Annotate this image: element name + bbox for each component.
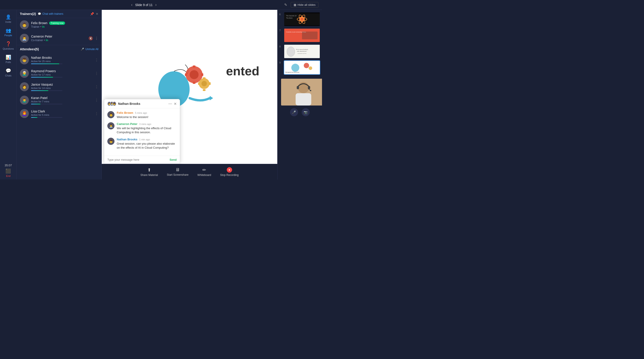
more-options-raymond[interactable]: ⋮	[95, 71, 98, 76]
unmute-all-button[interactable]: 🎤 Unmute All	[81, 48, 98, 51]
slide-nav: ‹ Slide 9 of 11 ›	[131, 2, 156, 7]
avatar-felix: 👨	[20, 20, 29, 29]
chat-avatars: 👨 👨‍💼 👦	[107, 102, 116, 106]
activity-bar-lisa	[31, 117, 37, 118]
bottom-toolbar: ⬆ Share Material 🖥 Start Screenshare ✏ W…	[102, 164, 277, 180]
activity-bar-container-janice	[31, 90, 62, 91]
share-material-icon: ⬆	[147, 167, 151, 172]
attendees-list: 👦 Nathan Brooks Active for 25 mins ⋮ 👨‍🦳…	[17, 53, 102, 180]
top-bar: ‹ Slide 9 of 11 › ✎ ▦ Hide all slides	[0, 0, 322, 10]
svg-text:Reimagined and Reinvented: Reimagined and Reinvented	[285, 72, 300, 73]
more-options-nathan[interactable]: ⋮	[95, 58, 98, 62]
camera-control-button[interactable]: 📷	[302, 108, 310, 116]
msg-time-nathan: 1 min ago	[139, 138, 150, 141]
sidebar-item-chats[interactable]: 💬 Chats	[0, 66, 16, 79]
trainer-role-cameron: Co-trainer • In	[31, 39, 86, 42]
svg-rect-11	[203, 89, 206, 91]
msg-name-nathan: Nathan Brooks	[117, 138, 137, 141]
svg-text:Leonardo da Vinci: Leonardo da Vinci	[298, 53, 306, 54]
svg-text:The Secrets Of: The Secrets Of	[286, 15, 296, 16]
chat-icon: 💬	[38, 12, 41, 16]
toolbar-share-material[interactable]: ⬆ Share Material	[140, 167, 158, 176]
slide-img-8: "Art is never finished, only abandoned."…	[284, 45, 320, 58]
chats-icon: 💬	[6, 68, 11, 73]
sidebar-item-people[interactable]: 👥 People	[0, 26, 16, 39]
toolbar-screenshare[interactable]: 🖥 Start Screenshare	[167, 167, 188, 176]
attendees-header: Attendees(5) 🎤 Unmute All	[17, 45, 102, 53]
mute-icon[interactable]: 🔇	[88, 36, 93, 40]
slide-num-8: 8	[279, 45, 282, 48]
slide-7-svg: Creativity is just connecting things	[284, 29, 320, 42]
attendee-info-lisa: Lisa Clark Active for 5 mins	[31, 110, 92, 118]
end-button[interactable]: ⬛ End	[5, 168, 11, 177]
svg-point-3	[190, 70, 198, 79]
sidebar-item-invite[interactable]: 👤 Invite	[0, 12, 16, 26]
msg-content-nathan: Nathan Brooks 1 min ago Great session, c…	[117, 138, 177, 150]
prev-slide-button[interactable]: ‹	[131, 2, 132, 7]
avatar-cameron: 👨‍💼	[20, 34, 29, 43]
slide-img-9: Reimagined and Reinvented	[284, 61, 320, 74]
avatar-lisa: 👩‍🦰	[20, 109, 29, 118]
attendee-item-lisa: 👩‍🦰 Lisa Clark Active for 5 mins ⋮	[17, 107, 102, 120]
next-slide-button[interactable]: ›	[155, 2, 156, 7]
attendee-info-nathan: Nathan Brooks Active for 25 mins	[31, 56, 92, 64]
msg-text-cameron: We will be highlighting the effects of C…	[117, 126, 177, 134]
attendee-item-janice: 👩 Janice Vasquez Active for 14 mins ⋮	[17, 80, 102, 94]
video-tile: ⤢	[281, 79, 322, 106]
msg-name-cameron: Cameron Peter	[117, 122, 137, 126]
svg-point-30	[291, 64, 300, 72]
svg-rect-5	[193, 82, 196, 84]
person-svg	[281, 79, 322, 106]
close-icon[interactable]: ✕	[96, 12, 98, 16]
mic-icon: 🎤	[81, 48, 84, 51]
edit-icon[interactable]: ✎	[284, 3, 287, 7]
pin-icon[interactable]: 📌	[90, 12, 94, 16]
chat-message-3: 👦 Nathan Brooks 1 min ago Great session,…	[107, 138, 177, 150]
close-chat-icon[interactable]: ✕	[174, 102, 177, 106]
chat-input-area: Send	[104, 156, 180, 164]
send-button[interactable]: Send	[170, 158, 177, 162]
slide-thumbnail-8[interactable]: "Art is never finished, only abandoned."…	[284, 44, 320, 58]
svg-rect-13	[209, 82, 211, 85]
msg-time-felix: 5 mins ago	[135, 112, 147, 114]
svg-rect-4	[193, 66, 196, 68]
record-inner: ■	[229, 168, 230, 171]
slide-thumbnail-6[interactable]: The Secrets Of The Atom	[284, 12, 320, 26]
slides-icon: ▦	[294, 3, 296, 6]
sidebar-item-polls[interactable]: 📊 Polls	[0, 52, 16, 66]
minimize-icon[interactable]: —	[168, 102, 172, 106]
slide-thumbnail-7[interactable]: Creativity is just connecting things	[284, 28, 320, 42]
slide-view: ented 👨 👨‍💼 👦 Nathan Brooks —	[102, 10, 277, 164]
panel-header: Trainers(2) 💬 Chat with trainers 📌 ✕	[17, 10, 102, 18]
trainer-item-felix: 👨 Felix Brown Training now Trainer • In	[17, 18, 102, 32]
toolbar-stop-recording[interactable]: ■ Stop Recording	[220, 167, 238, 176]
more-options-janice[interactable]: ⋮	[95, 85, 98, 89]
chat-popup-title: 👨 👨‍💼 👦 Nathan Brooks	[107, 102, 140, 106]
activity-bar-karan	[31, 104, 40, 104]
chat-trainers-button[interactable]: 💬 Chat with trainers	[38, 12, 63, 16]
slide-9-svg: Reimagined and Reinvented	[284, 62, 320, 74]
more-options-lisa[interactable]: ⋮	[95, 112, 98, 116]
sidebar-item-questions[interactable]: ❓ Questions	[0, 39, 16, 52]
session-timer: 35:07	[5, 164, 12, 167]
avatar-karan: 👨‍🦱	[20, 96, 29, 104]
msg-avatar-cameron: 👨‍💼	[107, 122, 114, 130]
svg-marker-1	[210, 96, 213, 100]
hide-slides-button[interactable]: ▦ Hide all slides	[291, 2, 318, 8]
chat-input[interactable]	[107, 158, 167, 162]
mic-control-button[interactable]: 🎤	[290, 108, 298, 116]
people-panel: Trainers(2) 💬 Chat with trainers 📌 ✕ 👨 F…	[17, 10, 102, 180]
panel-title: Trainers(2)	[20, 12, 36, 16]
trainer-actions-cameron: 🔇 ⋮	[88, 36, 98, 40]
slide-num-7: 7	[279, 29, 282, 32]
whiteboard-icon: ✏	[202, 167, 206, 172]
attendee-info-raymond: Raymond Powers Active for 17 mins	[31, 69, 92, 78]
slide-thumbnail-9[interactable]: Reimagined and Reinvented	[284, 60, 320, 75]
more-options-karan[interactable]: ⋮	[95, 98, 98, 102]
chat-avatar-3: 👦	[112, 102, 116, 106]
more-options-icon[interactable]: ⋮	[95, 36, 98, 40]
attendee-info-karan: Karan Patel Active for 7 mins	[31, 96, 92, 104]
activity-bar-container-nathan	[31, 64, 62, 64]
chat-popup-name: Nathan Brooks	[118, 102, 140, 106]
toolbar-whiteboard[interactable]: ✏ Whiteboard	[198, 167, 211, 176]
